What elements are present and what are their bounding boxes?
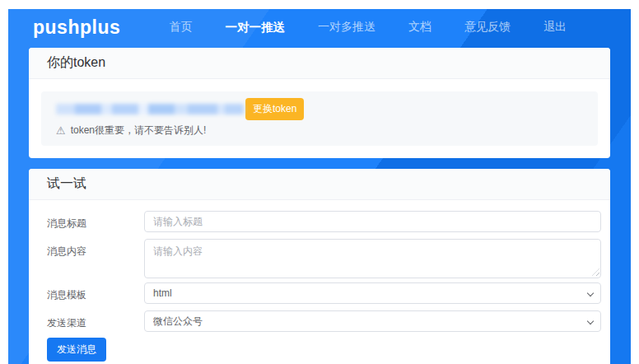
try-card-title: 试一试	[47, 175, 86, 193]
send-channel-select[interactable]: 微信公众号	[144, 310, 601, 332]
token-card-body: 更换token ⚠ token很重要，请不要告诉别人!	[29, 79, 610, 158]
page-content: 你的token 更换token ⚠ token很重要，请不要告诉别人! 试	[8, 45, 631, 364]
message-content-textarea[interactable]	[144, 239, 601, 278]
nav-item-home[interactable]: 首页	[170, 20, 193, 35]
token-warning-text: token很重要，请不要告诉别人!	[71, 124, 207, 138]
nav-links: 首页 一对一推送 一对多推送 文档 意见反馈 退出	[170, 20, 567, 35]
message-template-select[interactable]: html	[144, 282, 601, 304]
brand-logo[interactable]: pushplus	[33, 16, 120, 39]
nav-item-one-to-one-push[interactable]: 一对一推送	[226, 20, 286, 35]
try-card-body: 消息标题 消息内容 消息模板 html	[29, 200, 610, 364]
token-card-header: 你的token	[29, 48, 610, 79]
try-card: 试一试 消息标题 消息内容 消息模板	[29, 169, 610, 364]
change-token-button[interactable]: 更换token	[245, 98, 304, 120]
token-card: 你的token 更换token ⚠ token很重要，请不要告诉别人!	[29, 48, 610, 158]
nav-item-logout[interactable]: 退出	[543, 20, 567, 35]
message-title-label: 消息标题	[47, 211, 144, 231]
page-background: pushplus 首页 一对一推送 一对多推送 文档 意见反馈 退出 你的tok…	[8, 9, 631, 364]
message-title-input[interactable]	[144, 211, 601, 232]
try-card-header: 试一试	[29, 169, 610, 200]
token-row: 更换token	[51, 99, 588, 119]
message-content-row: 消息内容	[47, 239, 601, 278]
nav-item-feedback[interactable]: 意见反馈	[464, 20, 511, 35]
message-content-label: 消息内容	[47, 239, 144, 259]
message-template-label: 消息模板	[47, 282, 144, 302]
warning-triangle-icon: ⚠	[56, 125, 66, 136]
token-panel: 更换token ⚠ token很重要，请不要告诉别人!	[41, 91, 598, 146]
send-channel-label: 发送渠道	[47, 310, 144, 330]
token-warning: ⚠ token很重要，请不要告诉别人!	[51, 124, 588, 138]
top-navbar: pushplus 首页 一对一推送 一对多推送 文档 意见反馈 退出	[8, 9, 631, 45]
message-template-row: 消息模板 html	[47, 282, 601, 304]
nav-item-one-to-many-push[interactable]: 一对多推送	[318, 20, 375, 35]
send-channel-row: 发送渠道 微信公众号	[47, 310, 601, 332]
message-title-row: 消息标题	[47, 211, 601, 232]
token-value-redacted	[56, 104, 244, 114]
send-message-button[interactable]: 发送消息	[47, 338, 106, 362]
token-card-title: 你的token	[47, 54, 105, 72]
nav-item-docs[interactable]: 文档	[408, 20, 431, 35]
